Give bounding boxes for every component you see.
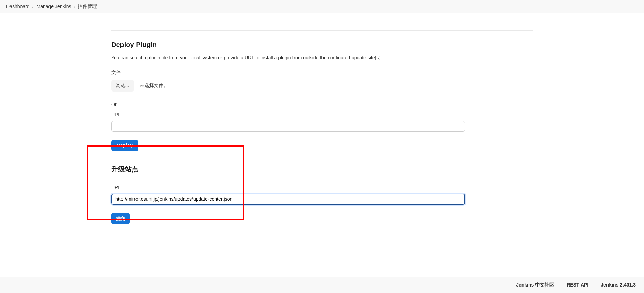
file-picker-row: 浏览… 未选择文件。 <box>111 80 533 92</box>
browse-button[interactable]: 浏览… <box>111 80 134 92</box>
chevron-right-icon: › <box>74 4 75 9</box>
deploy-url-input[interactable] <box>111 121 465 132</box>
footer-version-link[interactable]: Jenkins 2.401.3 <box>601 282 636 288</box>
chevron-right-icon: › <box>32 4 34 9</box>
file-status-text: 未选择文件。 <box>140 83 168 89</box>
deploy-plugin-description: You can select a plugin file from your l… <box>111 54 533 61</box>
footer-rest-api-link[interactable]: REST API <box>567 282 588 288</box>
upgrade-site-section: 升级站点 URL 提交 <box>111 165 533 224</box>
file-label: 文件 <box>111 70 533 76</box>
main-content: Deploy Plugin You can select a plugin fi… <box>0 13 644 238</box>
breadcrumb-plugin-manager[interactable]: 插件管理 <box>78 3 97 10</box>
submit-button[interactable]: 提交 <box>111 213 130 224</box>
deploy-plugin-heading: Deploy Plugin <box>111 41 533 49</box>
deploy-button[interactable]: Deploy <box>111 140 138 151</box>
breadcrumb-dashboard[interactable]: Dashboard <box>6 4 30 9</box>
footer-community-link[interactable]: Jenkins 中文社区 <box>516 282 554 288</box>
section-divider <box>111 30 533 31</box>
upgrade-url-input[interactable] <box>111 194 465 205</box>
deploy-plugin-section: Deploy Plugin You can select a plugin fi… <box>111 30 533 151</box>
upgrade-site-heading: 升级站点 <box>111 165 533 174</box>
upgrade-url-label: URL <box>111 185 533 190</box>
or-label: Or <box>111 102 533 107</box>
deploy-url-label: URL <box>111 112 533 117</box>
breadcrumb: Dashboard › Manage Jenkins › 插件管理 <box>0 0 644 13</box>
breadcrumb-manage-jenkins[interactable]: Manage Jenkins <box>37 4 71 9</box>
footer: Jenkins 中文社区 REST API Jenkins 2.401.3 <box>0 277 644 293</box>
